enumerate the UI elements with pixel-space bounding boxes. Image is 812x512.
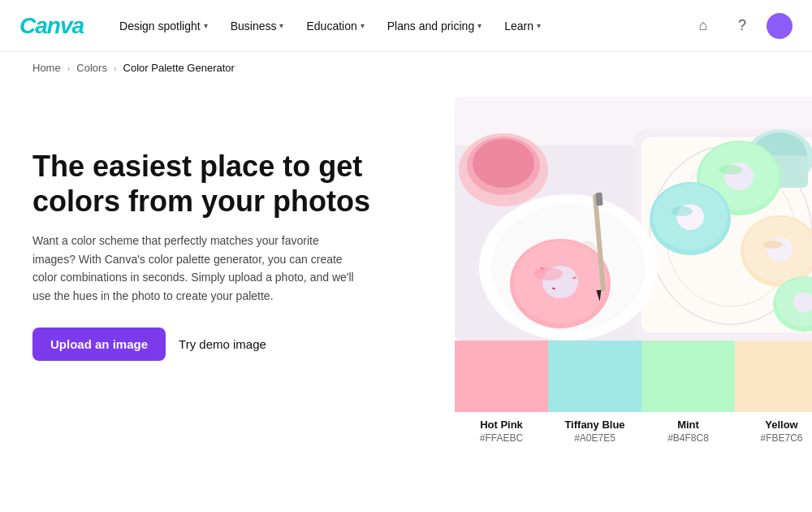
svg-point-26 — [719, 165, 742, 175]
breadcrumb-home[interactable]: Home — [32, 62, 61, 74]
svg-point-34 — [672, 206, 693, 216]
hero-description: Want a color scheme that perfectly match… — [32, 232, 357, 305]
breadcrumb: Home › Colors › Color Palette Generator — [0, 52, 812, 84]
main-content: The easiest place to get colors from you… — [0, 84, 812, 511]
chevron-down-icon: ▾ — [537, 21, 541, 30]
hero-section: The easiest place to get colors from you… — [32, 84, 422, 361]
swatch-hex-yellow: #FBE7C6 — [760, 432, 802, 444]
donut-image — [455, 97, 812, 341]
svg-point-30 — [763, 241, 783, 249]
nav-item-design-spotlight[interactable]: Design spotlight ▾ — [110, 13, 218, 39]
breadcrumb-current: Color Palette Generator — [123, 62, 235, 74]
donut-image-container — [455, 97, 812, 341]
nav-items: Design spotlight ▾ Business ▾ Education … — [110, 13, 689, 39]
breadcrumb-separator: › — [114, 63, 117, 73]
svg-point-12 — [473, 139, 534, 188]
swatch-name-tiffany-blue: Tiffany Blue — [564, 419, 624, 431]
swatch-hex-mint: #B4F8C8 — [667, 432, 709, 444]
nav-right: ⌂ ? — [689, 11, 793, 41]
hero-actions: Upload an image Try demo image — [32, 328, 422, 361]
swatch-block-yellow — [735, 341, 812, 412]
color-swatches: Hot Pink #FFAEBC Tiffany Blue #A0E7E5 Mi… — [455, 341, 812, 444]
nav-item-plans-pricing[interactable]: Plans and pricing ▾ — [378, 13, 491, 39]
chevron-down-icon: ▾ — [361, 21, 365, 30]
donut-scene-svg — [455, 97, 812, 341]
swatch-block-tiffany-blue — [548, 341, 641, 412]
try-demo-button[interactable]: Try demo image — [179, 337, 266, 351]
swatch-hex-tiffany-blue: #A0E7E5 — [574, 432, 615, 444]
chevron-down-icon: ▾ — [477, 21, 482, 30]
swatch-block-hot-pink — [455, 341, 548, 412]
swatch-hex-hot-pink: #FFAEBC — [480, 432, 523, 444]
svg-point-19 — [533, 267, 563, 280]
upload-image-button[interactable]: Upload an image — [32, 328, 166, 361]
nav-item-learn[interactable]: Learn ▾ — [495, 13, 551, 39]
avatar[interactable] — [767, 13, 793, 39]
chevron-down-icon: ▾ — [204, 21, 208, 30]
swatch-hot-pink: Hot Pink #FFAEBC — [455, 341, 548, 444]
breadcrumb-colors[interactable]: Colors — [76, 62, 107, 74]
swatch-yellow: Yellow #FBE7C6 — [735, 341, 812, 444]
svg-rect-39 — [595, 193, 603, 206]
help-icon[interactable]: ? — [728, 11, 757, 41]
hero-title: The easiest place to get colors from you… — [32, 149, 422, 219]
nav-item-business[interactable]: Business ▾ — [221, 13, 294, 39]
swatch-tiffany-blue: Tiffany Blue #A0E7E5 — [548, 341, 641, 444]
image-palette-section: Hot Pink #FFAEBC Tiffany Blue #A0E7E5 Mi… — [455, 84, 812, 444]
swatch-mint: Mint #B4F8C8 — [641, 341, 735, 444]
breadcrumb-separator: › — [67, 63, 71, 73]
navbar: Canva Design spotlight ▾ Business ▾ Educ… — [0, 0, 812, 52]
swatch-name-mint: Mint — [677, 419, 699, 431]
home-icon[interactable]: ⌂ — [689, 11, 718, 41]
nav-item-education[interactable]: Education ▾ — [296, 13, 374, 39]
canva-logo[interactable]: Canva — [19, 13, 84, 39]
chevron-down-icon: ▾ — [279, 21, 283, 30]
swatch-block-mint — [641, 341, 735, 412]
swatch-name-hot-pink: Hot Pink — [480, 419, 523, 431]
swatch-name-yellow: Yellow — [765, 419, 797, 431]
